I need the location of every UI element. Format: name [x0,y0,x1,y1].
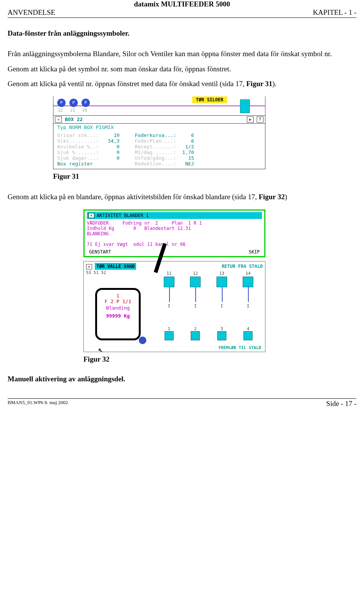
paragraph-2: Genom att klicka på det symbol nr. som m… [8,64,356,74]
close-icon[interactable]: ✕ [86,264,92,269]
pump-icon [139,337,146,344]
ref-figur32: Figur 32 [259,193,285,201]
ref-figur31: Figur 31 [246,80,273,88]
fig32-bodytext: VÅDFODER Fodring nr 2 Plan 1 R 1 Indhold… [87,220,262,247]
paragraph-3: Genom att klicka på ventil nr. öppnas fö… [8,79,356,89]
valve-icon[interactable]: 1 [165,331,174,340]
silo-tube-icon [240,99,250,113]
silo-circle-3: P [82,99,90,107]
fig31-window: ✕ BOX 22 ▶ ? Typ NORM BOX PIGMIX Grisar … [53,115,265,169]
mixer-line2: F 2 P 1/1 [97,299,139,304]
figure-32-caption: Figur 32 [83,355,356,363]
low-valves: 1 2 3 4 [156,331,261,340]
silo-num-2: 21 [70,108,75,113]
paragraph-4a: Genom att klicka på en blandare, öppnas … [8,193,259,201]
figure-32: ✕ AKTIVITET BLANDER 1 VÅDFODER Fodring n… [8,209,356,363]
header-right: KAPITEL - 1 - [313,8,356,17]
paragraph-3c: ). [272,80,276,88]
top-valves: 11I 12I 13I 14I [156,277,261,287]
paragraph-4c: ) [285,193,287,201]
page-footer: BMAN5_01.WP6 8. maj 2002 Side - 17 - [8,398,356,408]
section-heading-1: Data-fönster från anläggningssymboler. [8,29,356,38]
mixer-line4: 99999 Kg [97,313,139,319]
close-icon[interactable]: ✕ [88,213,94,218]
valve-icon[interactable]: 11I [164,277,174,287]
close-icon[interactable]: ✕ [55,116,62,123]
section-heading-2: Manuell aktivering av anläggningsdel. [8,375,356,383]
scroll-right-icon[interactable]: ▶ [247,116,254,123]
mixer-icon[interactable]: 1 F 2 P 1/1 Blanding 99999 Kg [95,288,141,340]
fig31-title-box: BOX [65,116,74,122]
skip-button[interactable]: SKIP [249,249,260,255]
fig31-left-col: Grisar stk...: 10 Vikt.........: 34,3 Av… [57,132,119,167]
fig31-diagram-top: P P P 22 21 20 TØR SILOER [53,96,265,115]
fig32-title: AKTIVITET BLANDER 1 [97,213,149,218]
paragraph-3a: Genom att klicka på ventil nr. öppnas fö… [8,80,246,88]
doc-title: datamix MULTIFEEDER 5000 [8,0,356,8]
header-row: ANVENDELSE KAPITEL - 1 - [8,8,356,18]
silo-num-3: 20 [82,108,87,113]
figure-31: P P P 22 21 20 TØR SILOER ✕ BOX 22 ▶ ? T… [8,96,356,181]
figure-31-caption: Figur 31 [53,172,356,181]
help-icon[interactable]: ? [257,116,264,123]
paragraph-1: Från anläggningssymbolerna Blandare, Sil… [8,49,356,59]
pointer-icon [152,244,178,278]
valve-icon[interactable]: 13I [217,277,227,287]
footer-left: BMAN5_01.WP6 8. maj 2002 [8,400,68,408]
valve-icon[interactable]: 3 [217,331,226,340]
valve-icon[interactable]: 14I [243,277,253,287]
fremlob-label: FREMLØB TIL STALD [218,345,261,350]
fig31-right-col: Foderkurva...: 6 FoderPlan....: 6 Recept… [135,132,194,167]
fig31-title-num: 22 [77,116,83,122]
paragraph-4: Genom att klicka på en blandare, öppnas … [8,192,356,202]
header-left: ANVENDELSE [8,8,55,17]
fig31-subtitle: Typ NORM BOX PIGMIX [53,124,265,131]
valve-icon[interactable]: 4 [243,331,253,340]
silo-num-1: 22 [58,108,63,113]
banner-tor-siloer: TØR SILOER [192,96,227,103]
valve-icon[interactable]: 12I [190,277,201,287]
genstart-button[interactable]: GENSTART [89,249,111,255]
silo-circle-2: P [69,99,78,107]
tag-labels: TØR VALLE VAND [95,263,136,270]
mixer-line1: 1 [97,293,139,299]
resize-arrow-icon: ↖ [98,345,103,354]
mixer-line3: Blanding [97,305,139,311]
silo-circle-1: P [57,99,66,107]
footer-right: Side - 17 - [326,400,356,408]
valve-icon[interactable]: 2 [191,331,200,340]
retur-label: RETUR FRA STALD [222,264,263,269]
